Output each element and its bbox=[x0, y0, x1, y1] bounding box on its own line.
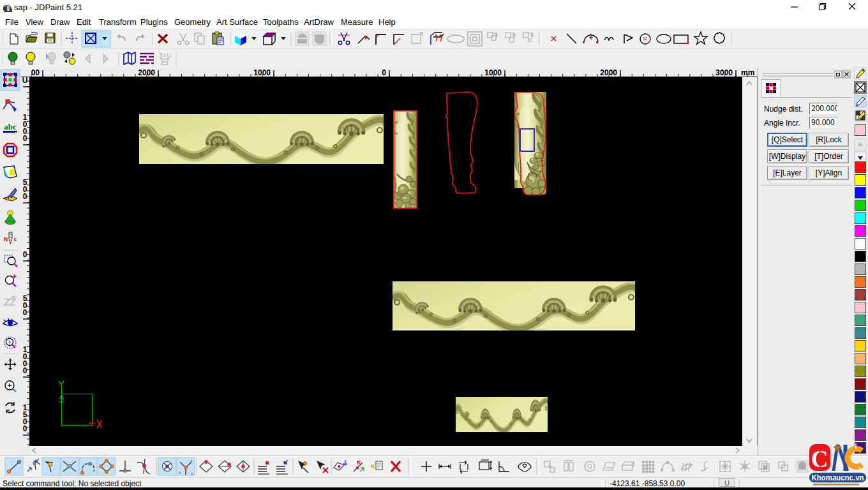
svg-text:1000: 1000 bbox=[484, 68, 502, 77]
svg-text:N: N bbox=[4, 236, 8, 242]
svg-text:3000: 3000 bbox=[715, 68, 733, 77]
svg-text:00: 00 bbox=[31, 68, 40, 77]
svg-text:0: 0 bbox=[23, 250, 27, 259]
svg-text:abc: abc bbox=[4, 122, 17, 131]
svg-text:0: 0 bbox=[23, 134, 27, 143]
svg-text:0: 0 bbox=[23, 366, 27, 375]
svg-text:1000: 1000 bbox=[253, 68, 271, 77]
svg-text:0: 0 bbox=[23, 192, 27, 201]
svg-text:0: 0 bbox=[382, 68, 386, 77]
svg-text:2000: 2000 bbox=[600, 68, 617, 77]
svg-text:x: x bbox=[191, 471, 193, 476]
svg-text:v: v bbox=[179, 470, 181, 475]
svg-text:U: U bbox=[22, 77, 28, 85]
svg-text:c: c bbox=[13, 236, 17, 242]
svg-text:z: z bbox=[190, 459, 193, 463]
svg-text:0: 0 bbox=[23, 424, 27, 433]
svg-text:?: ? bbox=[8, 340, 11, 346]
svg-text:mm: mm bbox=[741, 68, 754, 77]
svg-text:2000: 2000 bbox=[138, 68, 155, 77]
svg-text:0: 0 bbox=[23, 308, 27, 317]
svg-text:Khomaucnc.vn: Khomaucnc.vn bbox=[812, 473, 864, 482]
